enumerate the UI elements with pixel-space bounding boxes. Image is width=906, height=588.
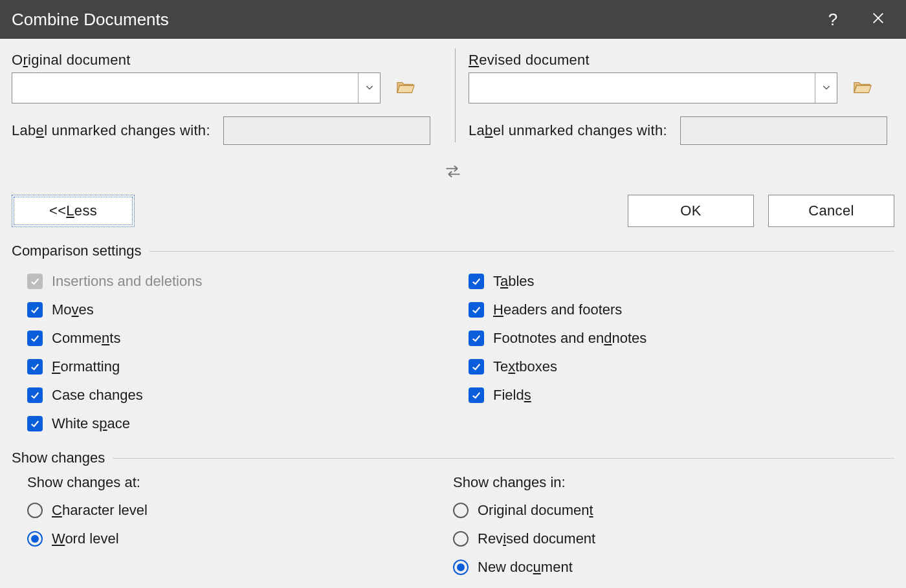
chk-headers-footers[interactable]: Headers and footers [469,296,894,324]
checkbox-icon [27,387,43,403]
chk-tables[interactable]: Tables [469,267,894,296]
checkbox-icon [469,387,484,403]
option-label: Revised document [478,530,595,547]
show-changes-group: Show changes Show changes at: Character … [12,450,894,582]
chk-white-space[interactable]: White space [27,409,453,438]
show-changes-at-heading: Show changes at: [12,474,453,491]
checkbox-icon [469,331,484,346]
option-label: Tables [493,273,535,290]
revised-browse-button[interactable] [853,79,872,98]
option-label: Footnotes and endnotes [493,330,646,347]
original-document-input[interactable] [12,73,358,103]
radio-word-level[interactable]: Word level [27,525,453,553]
option-label: Word level [52,530,119,547]
titlebar: Combine Documents ? [0,0,906,39]
checkbox-icon [27,359,43,375]
radio-icon [453,531,469,547]
less-button[interactable]: << Less [12,195,135,227]
original-label-unmarked-label: Label unmarked changes with: [12,122,210,139]
chk-comments[interactable]: Comments [27,324,453,353]
document-pickers: Original document [12,52,894,145]
cancel-button[interactable]: Cancel [768,195,894,227]
checkbox-icon [469,302,484,318]
radio-new-document[interactable]: New document [453,553,894,582]
original-label-unmarked-input[interactable] [223,116,430,145]
chevron-down-icon [364,81,375,96]
swap-arrows-icon [444,168,462,182]
divider [149,251,894,252]
checkbox-icon [27,274,43,289]
folder-open-icon [396,83,415,97]
radio-icon [453,503,469,518]
comparison-options-right: TablesHeaders and footersFootnotes and e… [453,267,894,438]
revised-document-section: Revised document [450,52,894,145]
vertical-divider [455,49,456,142]
option-label: Headers and footers [493,301,622,318]
help-icon: ? [828,10,837,30]
original-document-section: Original document [12,52,450,145]
show-changes-in-heading: Show changes in: [453,474,894,491]
checkbox-icon [469,359,484,375]
chk-formatting[interactable]: Formatting [27,353,453,381]
revised-document-label: Revised document [469,52,894,69]
comparison-settings-group: Comparison settings Insertions and delet… [12,243,894,438]
comparison-options-left: Insertions and deletionsMovesCommentsFor… [12,267,453,438]
chk-moves[interactable]: Moves [27,296,453,324]
radio-original-document[interactable]: Original document [453,496,894,525]
option-label: Original document [478,502,593,519]
action-row: << Less OK Cancel [12,195,894,227]
radio-character-level[interactable]: Character level [27,496,453,525]
original-document-dropdown-button[interactable] [358,73,380,103]
checkbox-icon [27,416,43,431]
revised-label-unmarked-input[interactable] [680,116,887,145]
folder-open-icon [853,83,872,97]
revised-label-unmarked-label: Label unmarked changes with: [469,122,667,139]
option-label: White space [52,415,130,432]
close-icon [871,10,885,30]
radio-icon [453,560,469,575]
radio-revised-document[interactable]: Revised document [453,525,894,553]
chk-case-changes[interactable]: Case changes [27,381,453,409]
option-label: Case changes [52,387,143,404]
revised-document-combo[interactable] [469,72,837,103]
ok-button[interactable]: OK [628,195,754,227]
chk-textboxes[interactable]: Textboxes [469,353,894,381]
original-document-label: Original document [12,52,437,69]
show-changes-in-section: Show changes in: Original documentRevise… [453,474,894,582]
option-label: Character level [52,502,148,519]
option-label: Insertions and deletions [52,273,202,290]
comparison-settings-heading: Comparison settings [12,243,142,259]
chk-footnotes-endnotes[interactable]: Footnotes and endnotes [469,324,894,353]
original-document-combo[interactable] [12,72,381,103]
checkbox-icon [469,274,484,289]
help-button[interactable]: ? [817,3,849,36]
option-label: Fields [493,387,531,404]
checkbox-icon [27,331,43,346]
show-changes-at-section: Show changes at: Character levelWord lev… [12,474,453,582]
window-title: Combine Documents [12,10,804,30]
divider [113,458,894,459]
option-label: Comments [52,330,120,347]
radio-icon [27,503,43,518]
chevron-down-icon [821,81,832,96]
option-label: Textboxes [493,358,557,375]
revised-document-dropdown-button[interactable] [815,73,837,103]
chk-insertions-deletions: Insertions and deletions [27,267,453,296]
option-label: Moves [52,301,94,318]
checkbox-icon [27,302,43,318]
close-button[interactable] [862,3,894,36]
chk-fields[interactable]: Fields [469,381,894,409]
revised-document-input[interactable] [469,73,815,103]
option-label: Formatting [52,358,120,375]
option-label: New document [478,559,573,576]
original-browse-button[interactable] [396,79,415,98]
radio-icon [27,531,43,547]
show-changes-heading: Show changes [12,450,105,466]
swap-documents-button[interactable] [12,163,894,183]
